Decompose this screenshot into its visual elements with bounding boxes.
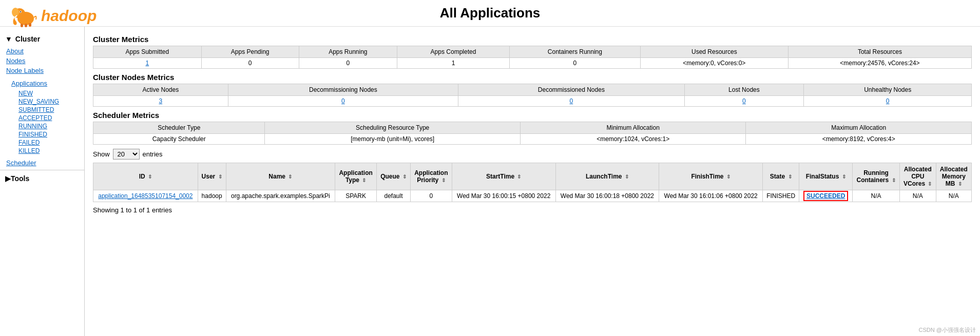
apps-col-queue[interactable]: Queue ⇕ xyxy=(377,163,411,190)
val-apps-running: 0 xyxy=(299,58,397,69)
priority-sort-icon: ⇕ xyxy=(441,177,446,183)
type-sort-icon: ⇕ xyxy=(362,177,366,183)
id-sort-icon: ⇕ xyxy=(148,174,152,180)
showing-text: Showing 1 to 1 of 1 entries xyxy=(93,206,972,214)
launchtime-sort-icon: ⇕ xyxy=(625,174,629,180)
apps-col-user[interactable]: User ⇕ xyxy=(198,163,226,190)
scheduler-metrics-table: Scheduler Type Scheduling Resource Type … xyxy=(93,122,972,145)
col-scheduling-resource-type: Scheduling Resource Type xyxy=(265,122,520,134)
main-layout: ▼ Cluster About Nodes Node Labels Applic… xyxy=(0,27,980,336)
sidebar-item-finished[interactable]: FINISHED xyxy=(18,130,84,139)
col-apps-submitted: Apps Submitted xyxy=(93,46,202,58)
decommissioned-link[interactable]: 0 xyxy=(570,97,573,105)
applications-label: Applications xyxy=(6,75,84,89)
apps-col-name[interactable]: Name ⇕ xyxy=(226,163,335,190)
sidebar-nav: About Nodes Node Labels Applications NEW… xyxy=(0,46,84,168)
sidebar-item-failed[interactable]: FAILED xyxy=(18,139,84,147)
apps-col-memory-mb[interactable]: AllocatedMemoryMB ⇕ xyxy=(936,163,971,190)
col-decommissioning-nodes: Decommissioning Nodes xyxy=(228,84,458,96)
apps-col-priority[interactable]: ApplicationPriority ⇕ xyxy=(410,163,452,190)
apps-col-running-containers[interactable]: RunningContainers ⇕ xyxy=(853,163,900,190)
page-header: hadoop All Applications xyxy=(0,0,980,27)
apps-col-id[interactable]: ID ⇕ xyxy=(93,163,198,190)
app-cpu-vcores-cell: N/A xyxy=(899,190,936,202)
svg-rect-7 xyxy=(29,23,31,27)
decommissioning-link[interactable]: 0 xyxy=(341,97,345,105)
cluster-metrics-title: Cluster Metrics xyxy=(93,35,972,44)
apps-submitted-link[interactable]: 1 xyxy=(145,60,149,67)
col-apps-pending: Apps Pending xyxy=(201,46,299,58)
app-name-cell: org.apache.spark.examples.SparkPi xyxy=(226,190,335,202)
cluster-nodes-table: Active Nodes Decommissioning Nodes Decom… xyxy=(93,84,972,107)
val-total-resources: <memory:24576, vCores:24> xyxy=(788,58,971,69)
apps-col-cpu-vcores[interactable]: AllocatedCPUVCores ⇕ xyxy=(899,163,936,190)
val-unhealthy-nodes: 0 xyxy=(804,96,972,107)
app-priority-cell: 0 xyxy=(410,190,452,202)
sidebar-item-scheduler[interactable]: Scheduler xyxy=(6,158,84,168)
col-lost-nodes: Lost Nodes xyxy=(684,84,804,96)
sidebar-tools-header[interactable]: ▶ Tools xyxy=(0,170,84,187)
app-launchtime-cell: Wed Mar 30 16:00:18 +0800 2022 xyxy=(555,190,659,202)
finalstatus-sort-icon: ⇕ xyxy=(842,174,846,180)
svg-point-2 xyxy=(12,8,19,17)
lost-nodes-link[interactable]: 0 xyxy=(742,97,746,105)
logo-text: hadoop xyxy=(41,7,97,25)
sidebar-cluster-header[interactable]: ▼ Cluster xyxy=(0,32,84,46)
logo-area: hadoop xyxy=(10,4,97,28)
svg-point-4 xyxy=(20,11,21,12)
val-active-nodes: 3 xyxy=(93,96,228,107)
col-containers-running: Containers Running xyxy=(509,46,640,58)
app-final-status-cell: SUCCEEDED xyxy=(799,190,853,202)
watermark: CSDN @小强强名设计 xyxy=(919,326,976,334)
sidebar-item-accepted[interactable]: ACCEPTED xyxy=(18,114,84,122)
sidebar-item-new-saving[interactable]: NEW_SAVING xyxy=(18,97,84,106)
col-unhealthy-nodes: Unhealthy Nodes xyxy=(804,84,972,96)
app-id-cell: application_1648535107154_0002 xyxy=(93,190,198,202)
content-area: Cluster Metrics Apps Submitted Apps Pend… xyxy=(85,27,980,336)
val-apps-pending: 0 xyxy=(201,58,299,69)
apps-col-final-status[interactable]: FinalStatus ⇕ xyxy=(799,163,853,190)
apps-col-state[interactable]: State ⇕ xyxy=(763,163,799,190)
sidebar-item-node-labels[interactable]: Node Labels xyxy=(6,66,84,75)
app-running-containers-cell: N/A xyxy=(853,190,900,202)
app-queue-cell: default xyxy=(377,190,411,202)
col-minimum-allocation: Minimum Allocation xyxy=(520,122,746,134)
name-sort-icon: ⇕ xyxy=(288,174,292,180)
scheduler-metrics-title: Scheduler Metrics xyxy=(93,111,972,120)
memory-sort-icon: ⇕ xyxy=(958,181,962,187)
col-active-nodes: Active Nodes xyxy=(93,84,228,96)
succeeded-badge[interactable]: SUCCEEDED xyxy=(803,191,848,201)
sidebar-item-about[interactable]: About xyxy=(6,46,84,56)
active-nodes-link[interactable]: 3 xyxy=(159,97,162,105)
state-sort-icon: ⇕ xyxy=(788,174,792,180)
apps-col-type[interactable]: ApplicationType ⇕ xyxy=(335,163,377,190)
cluster-label: Cluster xyxy=(15,35,40,43)
table-row: application_1648535107154_0002 hadoop or… xyxy=(93,190,972,202)
unhealthy-link[interactable]: 0 xyxy=(886,97,890,105)
sidebar: ▼ Cluster About Nodes Node Labels Applic… xyxy=(0,27,85,336)
apps-col-finishtime[interactable]: FinishTime ⇕ xyxy=(659,163,763,190)
starttime-sort-icon: ⇕ xyxy=(517,174,521,180)
sidebar-app-states: NEW NEW_SAVING SUBMITTED ACCEPTED RUNNIN… xyxy=(6,89,84,155)
tools-label: Tools xyxy=(11,174,29,183)
app-state-cell: FINISHED xyxy=(763,190,799,202)
app-id-link[interactable]: application_1648535107154_0002 xyxy=(98,192,193,200)
sidebar-item-submitted[interactable]: SUBMITTED xyxy=(18,106,84,114)
cluster-arrow-icon: ▼ xyxy=(5,35,12,43)
app-starttime-cell: Wed Mar 30 16:00:15 +0800 2022 xyxy=(452,190,555,202)
entries-select[interactable]: 10 20 50 100 xyxy=(113,149,140,160)
app-memory-mb-cell: N/A xyxy=(936,190,971,202)
val-scheduler-type: Capacity Scheduler xyxy=(93,134,265,145)
col-apps-running: Apps Running xyxy=(299,46,397,58)
col-maximum-allocation: Maximum Allocation xyxy=(746,122,972,134)
sidebar-item-new[interactable]: NEW xyxy=(18,89,84,97)
apps-col-launchtime[interactable]: LaunchTime ⇕ xyxy=(555,163,659,190)
sidebar-item-killed[interactable]: KILLED xyxy=(18,147,84,155)
sidebar-item-running[interactable]: RUNNING xyxy=(18,122,84,130)
sidebar-item-applications[interactable]: Applications xyxy=(11,78,79,88)
val-apps-submitted: 1 xyxy=(93,58,202,69)
sidebar-item-nodes[interactable]: Nodes xyxy=(6,56,84,66)
app-finishtime-cell: Wed Mar 30 16:01:06 +0800 2022 xyxy=(659,190,763,202)
apps-col-starttime[interactable]: StartTime ⇕ xyxy=(452,163,555,190)
queue-sort-icon: ⇕ xyxy=(402,174,407,180)
